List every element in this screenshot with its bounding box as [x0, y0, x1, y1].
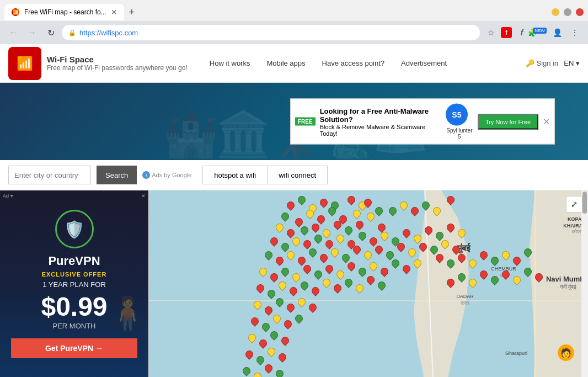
map-pin[interactable]	[445, 258, 456, 269]
map-pin[interactable]	[266, 346, 277, 357]
map-pin[interactable]	[291, 236, 302, 247]
ad-close-marker[interactable]: ✕	[141, 193, 146, 199]
scroll-bar[interactable]	[581, 190, 588, 377]
map-pin[interactable]	[412, 258, 423, 269]
map-pin[interactable]	[296, 194, 307, 205]
map-pin[interactable]	[318, 252, 329, 263]
map-pin[interactable]	[296, 296, 307, 307]
map-pin[interactable]	[255, 354, 266, 365]
map-pin[interactable]	[500, 269, 511, 280]
tab-close-button[interactable]: ✕	[111, 8, 117, 17]
forward-button[interactable]: →	[24, 25, 40, 40]
map-pin[interactable]	[522, 266, 533, 277]
map-pin[interactable]	[269, 272, 280, 283]
map-pin[interactable]	[274, 222, 285, 233]
hotspot-tab[interactable]: hotspot a wifi	[202, 166, 267, 184]
map-pin[interactable]	[299, 280, 310, 291]
map-pin[interactable]	[420, 200, 431, 211]
map-pin[interactable]	[440, 238, 451, 249]
map-pin[interactable]	[335, 233, 346, 244]
map-pin[interactable]	[434, 230, 445, 241]
map-pin[interactable]	[321, 277, 332, 288]
map-pin[interactable]	[354, 219, 365, 230]
back-button[interactable]: ←	[6, 25, 21, 40]
wifi-connect-tab[interactable]: wifi connect	[267, 166, 328, 184]
map-pin[interactable]	[266, 288, 277, 299]
purevpn-cta-button[interactable]: Get PureVPN →	[11, 338, 137, 358]
map-pin[interactable]	[373, 205, 384, 216]
map-pin[interactable]	[478, 269, 489, 280]
map-pin[interactable]	[467, 258, 478, 269]
map-pin[interactable]	[285, 227, 296, 238]
profile-icon[interactable]: 👤	[549, 25, 565, 40]
map-pin[interactable]	[263, 363, 274, 374]
map-pin[interactable]	[489, 274, 500, 285]
map-pin[interactable]	[307, 247, 318, 258]
map-pin[interactable]	[277, 280, 288, 291]
map-pin[interactable]	[368, 236, 379, 247]
map-pin[interactable]	[511, 255, 522, 266]
street-view-person[interactable]: 🧑	[558, 344, 574, 361]
map-pin[interactable]	[282, 318, 293, 330]
map-pin[interactable]	[335, 269, 346, 280]
map-pin[interactable]	[365, 274, 376, 285]
map-pin[interactable]	[340, 252, 351, 263]
map-pin[interactable]	[332, 283, 343, 294]
map-pin[interactable]	[376, 222, 387, 233]
map-pin[interactable]	[445, 277, 456, 288]
map-pin[interactable]	[379, 266, 390, 277]
map-pin[interactable]	[318, 197, 329, 208]
map-pin[interactable]	[365, 211, 376, 222]
map-pin[interactable]	[285, 249, 296, 261]
map-pin[interactable]	[316, 214, 327, 225]
menu-icon[interactable]: ⋮	[567, 25, 582, 40]
map-pin[interactable]	[252, 371, 263, 377]
map-pin[interactable]	[321, 227, 332, 238]
map-pin[interactable]	[401, 227, 412, 238]
language-selector[interactable]: EN ▾	[564, 59, 580, 67]
map-pin[interactable]	[277, 352, 288, 363]
map-pin[interactable]	[500, 249, 511, 261]
map-pin[interactable]	[249, 316, 260, 327]
map-pin[interactable]	[293, 313, 304, 324]
map-pin[interactable]	[313, 269, 324, 280]
map-pin[interactable]	[511, 274, 522, 285]
ad-cta-button[interactable]: Try Now for Free	[478, 114, 538, 129]
active-tab[interactable]: 📶 Free WiFi map - search fo... ✕	[4, 4, 124, 20]
map-pin[interactable]	[409, 205, 420, 216]
scroll-thumb[interactable]	[582, 192, 587, 214]
city-search-input[interactable]	[8, 166, 91, 184]
map-pin[interactable]	[467, 277, 478, 288]
map-pin[interactable]	[288, 285, 299, 296]
map-pin[interactable]	[263, 305, 274, 316]
map-pin[interactable]	[456, 272, 467, 283]
map-pin[interactable]	[293, 216, 304, 227]
map-pin[interactable]	[302, 263, 313, 274]
map-pin[interactable]	[324, 238, 335, 249]
map-pin[interactable]	[357, 230, 368, 241]
map-pin[interactable]	[329, 247, 340, 258]
ad-close-button[interactable]: ✕	[543, 116, 550, 127]
map-pin[interactable]	[258, 338, 269, 349]
map-area[interactable]: 48 548 66 66 348 104 KOPAR KHAIRANE कोपर…	[149, 190, 588, 377]
map-pin[interactable]	[434, 252, 445, 263]
minimize-button[interactable]	[552, 8, 559, 16]
map-pin[interactable]	[324, 263, 335, 274]
map-pin[interactable]	[478, 249, 489, 261]
search-button[interactable]: Search	[97, 166, 137, 184]
map-pin[interactable]	[351, 208, 362, 219]
map-pin[interactable]	[431, 205, 442, 216]
map-pin[interactable]	[291, 272, 302, 283]
map-pin[interactable]	[384, 249, 395, 261]
map-pin[interactable]	[241, 365, 252, 376]
map-pin[interactable]	[310, 222, 321, 233]
map-pin[interactable]	[362, 249, 373, 261]
map-pin[interactable]	[407, 247, 418, 258]
extensions-icon[interactable]: 🧩NEW	[532, 25, 547, 40]
nav-mobile-apps[interactable]: Mobile apps	[258, 54, 313, 73]
map-pin[interactable]	[260, 321, 271, 332]
map-pin[interactable]	[310, 285, 321, 296]
map-pin[interactable]	[423, 225, 434, 236]
map-pin[interactable]	[252, 299, 263, 310]
map-pin[interactable]	[271, 313, 282, 324]
